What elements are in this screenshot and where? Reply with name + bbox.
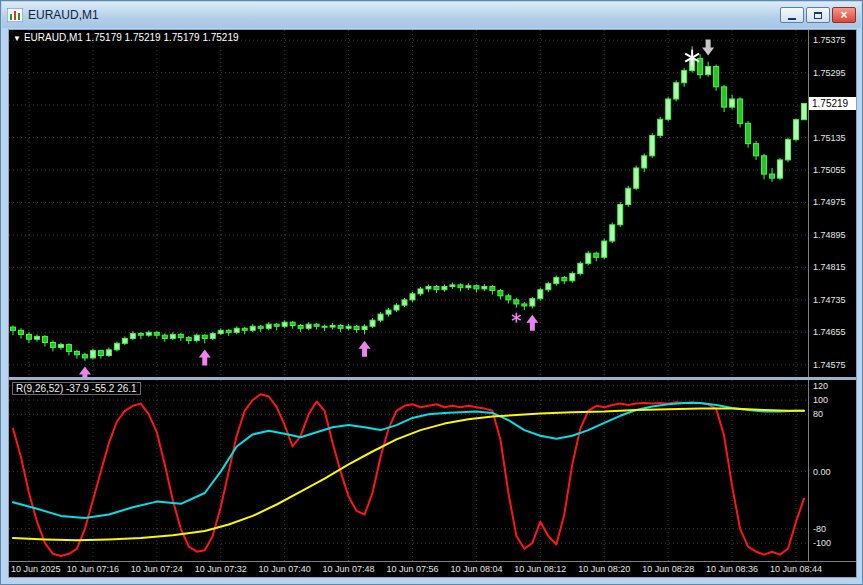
price-axis[interactable]: 1.75219 1.753751.752951.752151.751351.75… xyxy=(808,30,856,377)
time-axis-label: 10 Jun 08:20 xyxy=(578,564,630,574)
bear-candle xyxy=(258,326,263,328)
bull-candle xyxy=(602,241,607,257)
bear-candle xyxy=(242,328,247,330)
price-axis-label: 1.74975 xyxy=(809,197,846,207)
bear-candle xyxy=(458,285,463,288)
bull-candle xyxy=(794,120,799,140)
price-axis-label: 1.74735 xyxy=(809,295,846,305)
minimize-button[interactable] xyxy=(780,7,804,23)
window-controls: × xyxy=(780,7,856,23)
bull-candle xyxy=(410,294,415,300)
indicator-label: R(9,26,52) -37.9 -55.2 26.1 xyxy=(12,382,141,395)
bear-candle xyxy=(98,351,103,356)
bull-candle xyxy=(330,325,335,327)
bear-candle xyxy=(274,324,279,326)
cyan-indicator-line xyxy=(13,403,804,518)
bull-candle xyxy=(538,290,543,299)
indicator-axis-label: 120 xyxy=(809,381,828,391)
bear-candle xyxy=(162,335,167,338)
time-axis[interactable]: 10 Jun 202510 Jun 07:1610 Jun 07:2410 Ju… xyxy=(9,561,856,577)
indicator-pane[interactable]: R(9,26,52) -37.9 -55.2 26.1 xyxy=(9,380,808,561)
one-click-trading-arrow[interactable]: ▼ xyxy=(13,34,21,43)
bull-candle xyxy=(114,343,119,349)
close-button[interactable]: × xyxy=(832,7,856,23)
bear-candle xyxy=(770,174,775,178)
time-axis-label: 10 Jun 07:48 xyxy=(323,564,375,574)
indicator-axis[interactable]: 120100800.00-80-100 xyxy=(808,380,856,561)
bear-candle xyxy=(522,304,527,306)
bull-candle xyxy=(546,284,551,290)
bull-candle xyxy=(586,253,591,263)
bull-candle xyxy=(626,188,631,204)
chart-window: EURAUD,M1 × ▼EURAUD,M1 1.75179 1.75219 1… xyxy=(0,0,863,585)
bull-candle xyxy=(362,326,367,329)
bear-candle xyxy=(202,335,207,338)
bear-candle xyxy=(154,332,159,335)
bull-candle xyxy=(778,160,783,178)
bull-candle xyxy=(210,334,215,339)
bull-candle xyxy=(658,119,663,135)
bear-candle xyxy=(322,326,327,327)
price-chart-pane[interactable]: ▼EURAUD,M1 1.75179 1.75219 1.75179 1.752… xyxy=(9,30,808,377)
bull-candle xyxy=(610,225,615,241)
bear-candle xyxy=(506,296,511,300)
bear-candle xyxy=(18,330,23,334)
oscillator-chart[interactable] xyxy=(9,380,808,561)
bear-candle xyxy=(722,87,727,107)
bear-candle xyxy=(762,156,767,174)
bull-candle xyxy=(570,274,575,281)
bear-candle xyxy=(82,355,87,358)
ohlc-header: ▼EURAUD,M1 1.75179 1.75219 1.75179 1.752… xyxy=(13,32,239,43)
bull-candle xyxy=(346,326,351,328)
bear-candle xyxy=(562,278,567,281)
price-axis-label: 1.74575 xyxy=(809,360,846,370)
bull-candle xyxy=(106,350,111,356)
time-axis-label: 10 Jun 08:36 xyxy=(706,564,758,574)
time-axis-label: 10 Jun 07:40 xyxy=(259,564,311,574)
bull-candle xyxy=(530,299,535,306)
time-axis-label: 10 Jun 08:44 xyxy=(770,564,822,574)
bull-candle xyxy=(90,351,95,358)
time-axis-label: 10 Jun 07:16 xyxy=(67,564,119,574)
buy-arrow-icon xyxy=(359,341,371,357)
price-axis-label: 1.75295 xyxy=(809,68,846,78)
bull-candle xyxy=(442,286,447,289)
bull-candle xyxy=(282,322,287,326)
bull-candle xyxy=(394,305,399,310)
bull-candle xyxy=(266,324,271,328)
bull-candle xyxy=(674,83,679,99)
buy-arrow-icon xyxy=(526,315,538,331)
bear-candle xyxy=(10,327,15,330)
candlestick-chart[interactable] xyxy=(9,30,808,377)
bull-candle xyxy=(642,156,647,168)
minimize-icon xyxy=(788,18,796,20)
current-price-tag: 1.75219 xyxy=(809,97,856,110)
indicator-axis-label: 100 xyxy=(809,395,828,405)
bull-candle xyxy=(426,286,431,288)
bull-candle xyxy=(634,168,639,188)
bear-candle xyxy=(226,330,231,332)
bull-candle xyxy=(250,326,255,330)
chart-window-icon[interactable] xyxy=(7,8,23,22)
bull-candle xyxy=(378,314,383,320)
price-axis-label: 1.75055 xyxy=(809,165,846,175)
bull-candle xyxy=(418,289,423,294)
bull-candle xyxy=(802,103,807,119)
bear-candle xyxy=(594,253,599,257)
time-axis-label: 10 Jun 07:32 xyxy=(195,564,247,574)
restore-button[interactable] xyxy=(806,7,830,23)
bear-candle xyxy=(138,334,143,336)
bear-candle xyxy=(338,325,343,328)
bear-candle xyxy=(74,351,79,354)
bear-candle xyxy=(314,324,319,326)
titlebar[interactable]: EURAUD,M1 × xyxy=(2,2,861,28)
restore-icon xyxy=(814,12,822,19)
time-axis-label: 10 Jun 07:56 xyxy=(386,564,438,574)
bull-candle xyxy=(146,332,151,335)
window-title: EURAUD,M1 xyxy=(28,8,99,22)
bull-candle xyxy=(194,335,199,340)
bull-candle xyxy=(306,324,311,328)
bull-candle xyxy=(554,278,559,284)
bear-candle xyxy=(474,286,479,289)
bull-candle xyxy=(34,336,39,339)
